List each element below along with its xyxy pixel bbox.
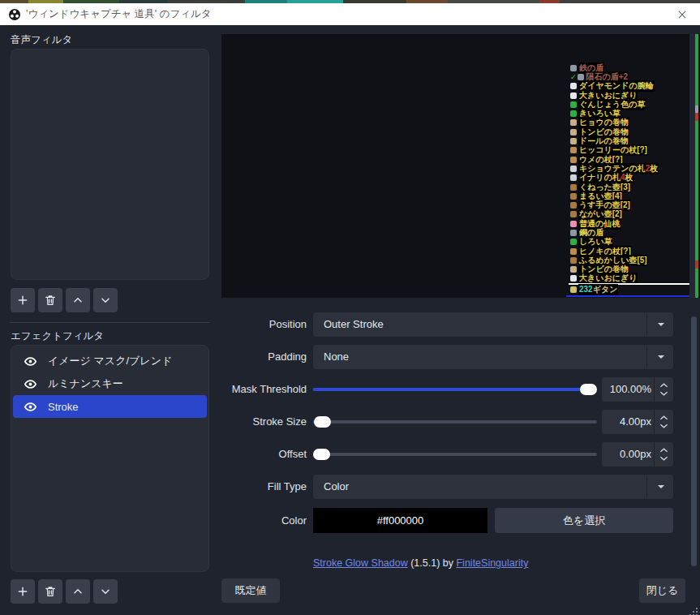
visibility-eye-icon[interactable]: [24, 355, 37, 368]
shield-icon: [578, 74, 584, 80]
stroke-size-spinbox[interactable]: 4.00px: [602, 410, 673, 434]
plus-icon: [16, 294, 29, 307]
wand-icon: [570, 157, 577, 163]
move-filter-down-button[interactable]: [93, 579, 118, 604]
bracelet-icon: [570, 83, 577, 89]
offset-spinbox[interactable]: 0.00px: [602, 442, 673, 467]
spinner-arrows-icon[interactable]: [654, 442, 673, 467]
obs-logo-icon: [8, 8, 21, 21]
shield-icon: [570, 230, 577, 236]
wand-icon: [570, 248, 577, 255]
pot-icon: [570, 257, 577, 264]
shield-icon: [570, 65, 577, 71]
close-icon[interactable]: [669, 5, 695, 24]
pot-icon: [570, 211, 577, 217]
spinner-arrows-icon[interactable]: [654, 410, 673, 434]
fill-type-label: Fill Type: [221, 475, 307, 499]
game-item-row: 232ギタン: [570, 285, 618, 294]
filter-preview: 鉄の盾✓隕石の盾+2ダイヤモンドの腕輪大きいおにぎりぐんじょう色の草きいろい草ヒ…: [221, 34, 700, 298]
onigiri-icon: [570, 92, 577, 99]
effect-filter-label: ルミナンスキー: [48, 376, 123, 391]
onigiri-icon: [570, 275, 577, 282]
effect-filters-heading: エフェクトフィルタ: [11, 329, 104, 343]
move-filter-down-button[interactable]: [93, 288, 118, 312]
grass-icon: [570, 110, 577, 117]
stroke-size-label: Stroke Size: [221, 410, 307, 434]
remove-filter-button[interactable]: [38, 288, 62, 312]
chevron-up-icon: [71, 585, 84, 598]
game-edge-border: [695, 34, 698, 298]
title-bar[interactable]: 'ウィンドウキャプチャ 道具' のフィルタ: [0, 3, 700, 25]
defaults-button[interactable]: 既定値: [221, 578, 280, 603]
game-edge-column: [689, 34, 695, 298]
chevron-up-icon: [71, 294, 84, 307]
game-item-list: 鉄の盾✓隕石の盾+2ダイヤモンドの腕輪大きいおにぎりぐんじょう色の草きいろい草ヒ…: [570, 63, 659, 283]
window-title: 'ウィンドウキャプチャ 道具' のフィルタ: [26, 3, 212, 25]
effect-filter-item[interactable]: イメージ マスク/ブレンド: [13, 350, 207, 372]
move-filter-up-button[interactable]: [66, 288, 90, 312]
audio-filters-toolbar: [11, 288, 118, 312]
money-bag-icon: [570, 286, 577, 293]
audio-filters-list[interactable]: [11, 49, 209, 280]
spinner-arrows-icon[interactable]: [654, 377, 673, 402]
wand-icon: [570, 147, 577, 153]
effect-filters-toolbar: [11, 579, 118, 604]
close-button[interactable]: 閉じる: [639, 578, 685, 603]
offset-slider[interactable]: [313, 442, 597, 467]
chevron-down-icon: [655, 318, 668, 334]
game-item-name: 232ギタン: [578, 284, 618, 295]
trash-icon: [44, 585, 57, 598]
plugin-author-link[interactable]: FiniteSingularity: [456, 557, 528, 569]
scroll-icon: [570, 129, 577, 135]
chevron-down-icon: [655, 351, 668, 367]
offset-label: Offset: [221, 442, 307, 467]
trash-icon: [44, 294, 57, 307]
slider-handle[interactable]: [580, 384, 597, 395]
section-divider: [10, 322, 210, 323]
mask-threshold-spinbox[interactable]: 100.00%: [602, 377, 673, 402]
slider-handle[interactable]: [313, 449, 330, 460]
effect-filter-label: Stroke: [48, 401, 79, 413]
mask-threshold-slider[interactable]: [313, 377, 597, 402]
visibility-eye-icon[interactable]: [24, 377, 37, 391]
add-filter-button[interactable]: [11, 579, 35, 604]
talisman-icon: [570, 174, 577, 181]
effect-filters-list[interactable]: イメージ マスク/ブレンドルミナンスキーStroke: [11, 345, 209, 572]
pot-icon: [570, 184, 577, 191]
slider-handle[interactable]: [314, 416, 331, 428]
grass-icon: [570, 101, 577, 108]
position-label: Position: [221, 312, 307, 337]
game-list-bottom-line: [566, 295, 694, 297]
peach-icon: [570, 221, 577, 227]
scroll-icon: [570, 138, 577, 144]
position-select[interactable]: Outer Stroke: [313, 312, 673, 337]
chevron-down-icon: [99, 585, 112, 598]
filters-dialog: 'ウィンドウキャプチャ 道具' のフィルタ 音声フィルタ エフェクトフィルタ イ…: [0, 0, 700, 615]
select-color-button[interactable]: 色を選択: [495, 508, 673, 533]
add-filter-button[interactable]: [11, 288, 35, 312]
game-money-row: 232ギタン: [570, 285, 618, 294]
effect-filter-item[interactable]: Stroke: [13, 395, 207, 418]
check-icon: ✓: [570, 73, 577, 81]
pot-icon: [570, 202, 577, 209]
color-label: Color: [221, 508, 307, 533]
visibility-eye-icon[interactable]: [24, 400, 37, 414]
chevron-down-icon: [99, 294, 112, 307]
plugin-link[interactable]: Stroke Glow Shadow: [313, 557, 408, 569]
chevron-down-icon: [655, 480, 668, 497]
effect-filter-label: イメージ マスク/ブレンド: [48, 354, 172, 368]
remove-filter-button[interactable]: [38, 579, 62, 604]
resize-grip-icon[interactable]: [689, 604, 698, 613]
fill-type-select[interactable]: Color: [313, 475, 673, 499]
effect-filter-item[interactable]: ルミナンスキー: [13, 372, 207, 395]
move-filter-up-button[interactable]: [66, 579, 90, 604]
mask-threshold-label: Mask Threshold: [221, 377, 307, 402]
padding-select[interactable]: None: [313, 345, 673, 369]
scroll-icon: [570, 266, 577, 273]
form-scrollbar[interactable]: [691, 316, 697, 566]
grass-icon: [570, 239, 577, 245]
stroke-size-slider[interactable]: [313, 410, 597, 434]
color-swatch: #ff000000: [313, 508, 487, 533]
audio-filters-heading: 音声フィルタ: [11, 33, 72, 47]
talisman-icon: [570, 166, 577, 172]
